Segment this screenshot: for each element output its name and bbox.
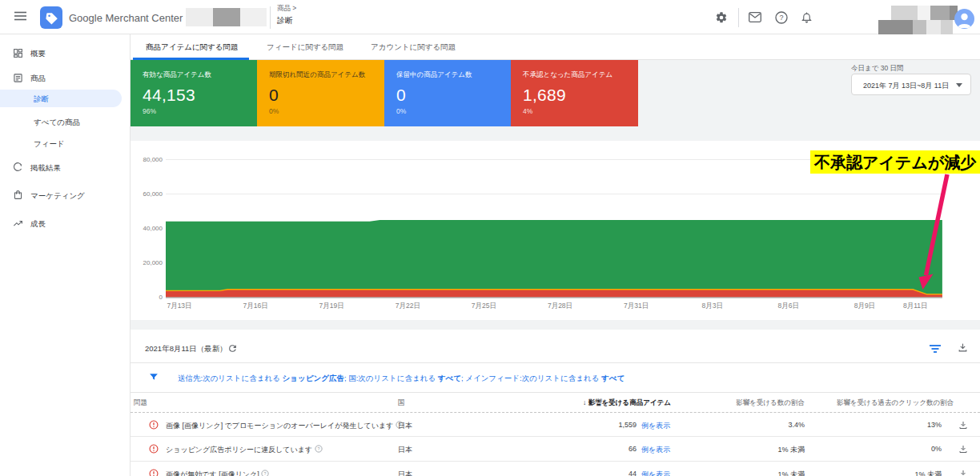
sidebar-item-label: マーケティング <box>30 191 85 202</box>
items-count: 44 <box>556 470 637 476</box>
issue-text: 画像が無効です [画像リンク] ? <box>166 470 269 476</box>
performance-icon <box>13 162 23 172</box>
redacted-account-block <box>213 8 240 26</box>
clicks-ratio-cell: 13% <box>862 421 942 429</box>
column-header-country[interactable]: 国 <box>398 398 405 408</box>
stat-card-label: 期限切れ間近の商品アイテム数 <box>269 70 365 80</box>
filter-list-icon[interactable] <box>930 345 941 353</box>
sidebar-item-label: 概要 <box>30 49 46 59</box>
date-range-value: 2021年 7月 13日~8月 11日 <box>863 81 949 91</box>
sidebar-item-diagnostics[interactable]: 診断 <box>0 90 122 107</box>
date-range-select[interactable]: 2021年 7月 13日~8月 11日 <box>851 74 971 95</box>
table-toolbar: 2021年8月11日（最新） <box>131 330 980 363</box>
ratio-cell: 1% 未満 <box>725 445 805 455</box>
breadcrumb-current: 診断 <box>277 15 293 26</box>
table-header-row: 問題 国 ↓ 影響を受ける商品アイテム 影響を受ける数の割合 影響を受ける過去の… <box>131 393 980 413</box>
error-icon <box>149 444 159 454</box>
issue-text: 画像 [画像リンク] でプロモーションのオーバーレイが発生しています ? <box>166 421 404 431</box>
filter-funnel-icon[interactable] <box>148 372 159 382</box>
download-icon[interactable] <box>958 342 968 354</box>
stat-card-disapproved: 不承認となった商品アイテム 1,689 4% <box>511 60 638 126</box>
sidebar-item-all-products[interactable]: すべての商品 <box>0 115 131 130</box>
stat-card-expiring: 期限切れ間近の商品アイテム数 0 0% <box>257 60 384 126</box>
sidebar-item-label: 商品 <box>30 74 46 84</box>
sidebar-item-feeds[interactable]: フィード <box>0 137 131 151</box>
sidebar: 概要 商品 診断 すべての商品 フィード 掲載結果 マーケティング 成長 <box>0 34 131 476</box>
filter-value: すべて <box>601 374 625 382</box>
column-header-clicks-ratio[interactable]: 影響を受ける過去のクリック数の割合 <box>837 398 954 408</box>
filter-bar[interactable]: 送信先:次のリストに含まれる ショッピング広告; 国:次のリストに含まれる すべ… <box>131 363 980 393</box>
column-header-issue[interactable]: 問題 <box>134 398 147 408</box>
filter-part: 送信先:次のリストに含まれる <box>178 374 283 382</box>
show-examples-link[interactable]: 例を表示 <box>641 421 670 431</box>
column-header-ratio[interactable]: 影響を受ける数の割合 <box>685 398 805 408</box>
sidebar-item-marketing[interactable]: マーケティング <box>0 188 131 204</box>
redacted-user-block <box>930 6 950 20</box>
sort-desc-icon: ↓ <box>583 398 588 406</box>
dashboard-icon <box>13 48 23 58</box>
row-download-icon[interactable] <box>958 469 968 476</box>
avatar[interactable] <box>954 9 974 29</box>
stat-card-label: 不承認となった商品アイテム <box>523 70 612 80</box>
sidebar-item-growth[interactable]: 成長 <box>0 216 131 232</box>
section-divider <box>131 320 980 330</box>
redacted-user-block <box>878 20 913 34</box>
country-cell: 日本 <box>398 421 412 431</box>
stat-card-value: 44,153 <box>143 86 195 105</box>
row-download-icon[interactable] <box>958 420 968 430</box>
items-count: 1,559 <box>556 421 637 429</box>
column-header-items[interactable]: ↓ 影響を受ける商品アイテム <box>583 398 671 408</box>
sidebar-item-products[interactable]: 商品 <box>0 70 131 86</box>
help-icon[interactable]: ? <box>261 470 269 476</box>
issue-text: ショッピング広告ポリシーに違反しています ? <box>166 445 323 455</box>
redacted-user-block <box>913 20 926 34</box>
filter-part: メインフィード:次のリストに含まれる <box>465 374 601 382</box>
breadcrumb[interactable]: 商品 > <box>277 4 296 14</box>
sidebar-item-label: フィード <box>34 139 65 150</box>
tab-bar: 商品アイテムに関する問題 フィードに関する問題 アカウントに関する問題 <box>131 34 980 60</box>
products-list-icon <box>13 73 23 83</box>
redacted-user-block <box>926 20 941 34</box>
settings-gear-icon[interactable] <box>715 11 728 24</box>
last-updated-text: 2021年8月11日（最新） <box>145 344 227 354</box>
notifications-bell-icon[interactable] <box>801 10 813 24</box>
clicks-ratio-cell: 0% <box>862 445 942 453</box>
table-row: ショッピング広告ポリシーに違反しています ? 日本 66 例を表示 1% 未満 … <box>131 437 980 462</box>
error-icon <box>149 420 159 430</box>
refresh-icon[interactable] <box>227 343 238 354</box>
filter-value: ショッピング広告 <box>283 374 344 382</box>
header-divider <box>270 6 271 29</box>
show-examples-link[interactable]: 例を表示 <box>641 470 670 476</box>
app-header: Google Merchant Center 商品 > 診断 ? <box>0 0 980 34</box>
column-header-label: 影響を受ける商品アイテム <box>588 398 671 406</box>
sidebar-item-label: 掲載結果 <box>30 163 61 174</box>
error-icon <box>149 469 159 476</box>
ratio-cell: 1% 未満 <box>725 470 805 476</box>
redacted-user-block <box>918 6 930 20</box>
hamburger-menu-icon[interactable] <box>14 11 26 21</box>
row-download-icon[interactable] <box>958 444 968 454</box>
show-examples-link[interactable]: 例を表示 <box>641 445 670 455</box>
mail-icon[interactable] <box>749 12 761 22</box>
sidebar-item-label: 診断 <box>34 94 49 105</box>
stat-card-percent: 4% <box>523 107 532 115</box>
stat-card-pending: 保留中の商品アイテム数 0 0% <box>384 60 511 126</box>
stat-card-active: 有効な商品アイテム数 44,153 96% <box>131 60 257 126</box>
redacted-user-block <box>891 6 918 20</box>
country-cell: 日本 <box>398 470 412 476</box>
marketing-bag-icon <box>13 190 23 200</box>
redacted-user-block <box>941 20 953 34</box>
stat-card-percent: 96% <box>143 107 156 115</box>
help-icon[interactable]: ? <box>315 445 323 453</box>
filter-summary[interactable]: 送信先:次のリストに含まれる ショッピング広告; 国:次のリストに含まれる すべ… <box>178 374 625 384</box>
stat-card-value: 0 <box>269 86 279 105</box>
filter-value: すべて <box>438 374 461 382</box>
tab-item-feed-issues[interactable]: フィードに関する問題 <box>267 42 343 53</box>
help-icon[interactable]: ? <box>775 11 788 24</box>
table-row: 画像 [画像リンク] でプロモーションのオーバーレイが発生しています ? 日本 … <box>131 413 980 437</box>
sidebar-item-overview[interactable]: 概要 <box>0 46 131 62</box>
tab-item-issues[interactable]: 商品アイテムに関する問題 <box>146 42 239 53</box>
tab-item-account-issues[interactable]: アカウントに関する問題 <box>371 42 456 53</box>
redacted-account-block <box>186 8 213 26</box>
sidebar-item-performance[interactable]: 掲載結果 <box>0 160 131 176</box>
